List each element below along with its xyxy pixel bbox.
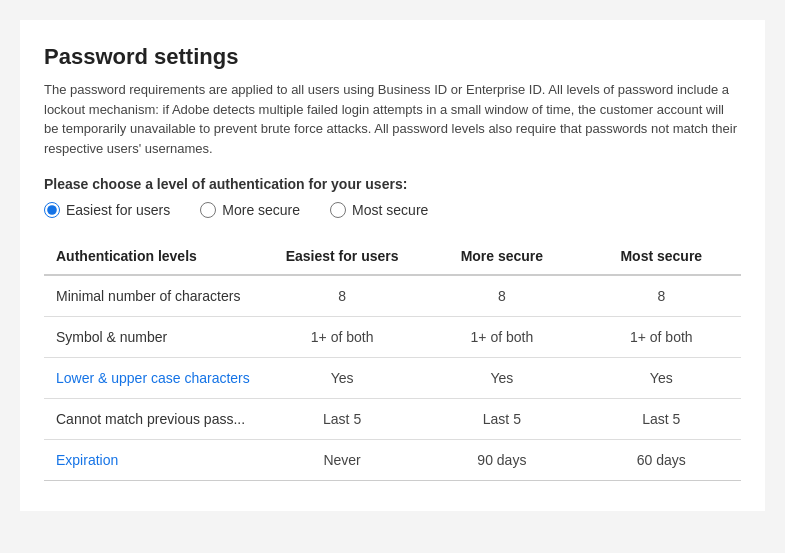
authentication-levels-table: Authentication levels Easiest for users … — [44, 238, 741, 481]
page-title: Password settings — [44, 44, 741, 70]
more-secure-cannot-match: Last 5 — [422, 399, 581, 440]
authentication-level-radio-group: Easiest for users More secure Most secur… — [44, 202, 741, 218]
easiest-cannot-match: Last 5 — [262, 399, 422, 440]
more-secure-symbol-number: 1+ of both — [422, 317, 581, 358]
feature-cannot-match: Cannot match previous pass... — [44, 399, 262, 440]
radio-easiest-label[interactable]: Easiest for users — [66, 202, 170, 218]
radio-most-secure-label[interactable]: Most secure — [352, 202, 428, 218]
radio-easiest[interactable] — [44, 202, 60, 218]
easiest-case-chars: Yes — [262, 358, 422, 399]
easiest-expiration: Never — [262, 440, 422, 481]
easiest-symbol-number: 1+ of both — [262, 317, 422, 358]
lower-upper-case-link[interactable]: Lower & upper case characters — [56, 370, 250, 386]
feature-expiration[interactable]: Expiration — [44, 440, 262, 481]
header-most-secure: Most secure — [582, 238, 741, 275]
table-row: Lower & upper case characters Yes Yes Ye… — [44, 358, 741, 399]
header-auth-levels: Authentication levels — [44, 238, 262, 275]
feature-case-chars[interactable]: Lower & upper case characters — [44, 358, 262, 399]
feature-symbol-number: Symbol & number — [44, 317, 262, 358]
more-secure-minimal-chars: 8 — [422, 275, 581, 317]
most-secure-expiration: 60 days — [582, 440, 741, 481]
radio-more-secure[interactable] — [200, 202, 216, 218]
most-secure-cannot-match: Last 5 — [582, 399, 741, 440]
more-secure-expiration: 90 days — [422, 440, 581, 481]
radio-more-secure-label[interactable]: More secure — [222, 202, 300, 218]
most-secure-symbol-number: 1+ of both — [582, 317, 741, 358]
radio-option-most-secure[interactable]: Most secure — [330, 202, 428, 218]
table-header-row: Authentication levels Easiest for users … — [44, 238, 741, 275]
page-description: The password requirements are applied to… — [44, 80, 741, 158]
most-secure-case-chars: Yes — [582, 358, 741, 399]
table-row: Symbol & number 1+ of both 1+ of both 1+… — [44, 317, 741, 358]
expiration-link[interactable]: Expiration — [56, 452, 118, 468]
password-settings-container: Password settings The password requireme… — [20, 20, 765, 511]
table-row: Expiration Never 90 days 60 days — [44, 440, 741, 481]
table-row: Cannot match previous pass... Last 5 Las… — [44, 399, 741, 440]
radio-most-secure[interactable] — [330, 202, 346, 218]
table-row: Minimal number of characters 8 8 8 — [44, 275, 741, 317]
feature-minimal-chars: Minimal number of characters — [44, 275, 262, 317]
more-secure-case-chars: Yes — [422, 358, 581, 399]
easiest-minimal-chars: 8 — [262, 275, 422, 317]
radio-option-easiest[interactable]: Easiest for users — [44, 202, 170, 218]
header-easiest: Easiest for users — [262, 238, 422, 275]
radio-option-more-secure[interactable]: More secure — [200, 202, 300, 218]
most-secure-minimal-chars: 8 — [582, 275, 741, 317]
choose-label: Please choose a level of authentication … — [44, 176, 741, 192]
header-more-secure: More secure — [422, 238, 581, 275]
